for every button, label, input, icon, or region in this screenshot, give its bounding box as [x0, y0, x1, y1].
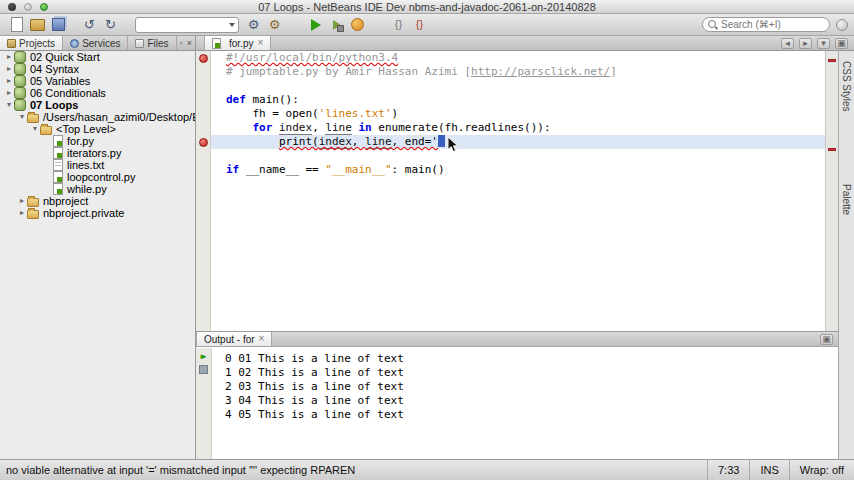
- project-tree[interactable]: ▸02 Quick Start▸04 Syntax▸05 Variables▸0…: [0, 51, 195, 219]
- python-file-icon: [212, 38, 221, 49]
- tree-item-top-level[interactable]: ▾<Top Level>: [0, 123, 195, 135]
- help-button[interactable]: [836, 19, 848, 31]
- scroll-tabs-left-icon[interactable]: ◂: [781, 38, 794, 49]
- redo-icon[interactable]: ↻: [101, 16, 120, 34]
- open-project-icon[interactable]: [28, 16, 47, 34]
- panel-tab-projects[interactable]: Projects: [0, 36, 63, 50]
- error-stripe[interactable]: [825, 51, 838, 331]
- clean-build-icon[interactable]: ⚙: [265, 16, 284, 34]
- tree-item-iterators-py[interactable]: iterators.py: [0, 147, 195, 159]
- tree-item-users-hasan-azimi0-desktop-exercis[interactable]: ▾/Users/hasan_azimi0/Desktop/Exercis: [0, 111, 195, 123]
- folder-icon: [27, 114, 39, 123]
- code-template-icon-1[interactable]: {}: [389, 16, 408, 34]
- code-lines[interactable]: #!/usr/local/bin/python3.4# jumptable.py…: [211, 51, 838, 331]
- twisty-icon[interactable]: ▾: [4, 99, 14, 111]
- output-tab[interactable]: Output - for ×: [196, 332, 272, 346]
- twisty-icon[interactable]: ▸: [4, 75, 14, 87]
- code-line-6[interactable]: for index, line in enumerate(fh.readline…: [211, 121, 825, 135]
- new-file-icon[interactable]: [7, 16, 26, 34]
- project-icon: [14, 87, 26, 99]
- tree-item-nbproject[interactable]: ▸nbproject: [0, 195, 195, 207]
- insert-mode-indicator[interactable]: INS: [749, 460, 788, 480]
- save-all-icon[interactable]: [49, 16, 68, 34]
- twisty-icon[interactable]: ▸: [17, 195, 27, 207]
- code-token: for: [253, 121, 273, 134]
- error-stripe-mark[interactable]: [828, 148, 836, 151]
- panel-tab-files[interactable]: Files: [128, 36, 176, 50]
- tree-item-05-variables[interactable]: ▸05 Variables: [0, 75, 195, 87]
- scroll-tabs-right-icon[interactable]: ▸: [799, 38, 812, 49]
- tab-controls: ◂ ▸ ▾ ▣: [781, 36, 854, 50]
- code-line-8[interactable]: [211, 149, 825, 163]
- tree-item-label: iterators.py: [67, 147, 121, 159]
- close-output-tab-icon[interactable]: ×: [259, 334, 265, 344]
- run-project-icon[interactable]: [306, 16, 325, 34]
- undo-icon[interactable]: ↺: [80, 16, 99, 34]
- caret-position[interactable]: 7:33: [707, 460, 749, 480]
- code-token: ,: [312, 121, 325, 134]
- code-token: index: [319, 135, 352, 149]
- sidebar-tab-palette[interactable]: Palette: [840, 182, 853, 217]
- error-badge-icon[interactable]: [199, 138, 208, 147]
- tree-item-while-py[interactable]: while.py: [0, 183, 195, 195]
- code-line-1[interactable]: #!/usr/local/bin/python3.4: [211, 51, 825, 65]
- sidebar-tab-css-styles[interactable]: CSS Styles: [840, 59, 853, 114]
- main-toolbar: ↺ ↻ ⚙ ⚙ {} {}: [0, 14, 854, 36]
- twisty-icon[interactable]: ▸: [4, 51, 14, 63]
- status-bar: no viable alternative at input '=' misma…: [0, 459, 854, 480]
- python-icon: [53, 147, 63, 159]
- editor-tab-for-py[interactable]: for.py ×: [204, 36, 271, 50]
- code-line-2[interactable]: # jumptable.py by Amir Hassan Azimi [htt…: [211, 65, 825, 79]
- editor-tab-strip: for.py × ◂ ▸ ▾ ▣: [196, 36, 854, 50]
- gutter-cell: [196, 107, 210, 121]
- code-token: main():: [246, 93, 299, 106]
- search-input[interactable]: [721, 19, 824, 30]
- debug-project-icon[interactable]: [327, 16, 346, 34]
- code-token: [226, 135, 279, 148]
- twisty-icon[interactable]: ▾: [30, 123, 40, 135]
- output-body[interactable]: ▸▸ 0 01 This is a line of text1 02 This …: [196, 348, 838, 459]
- rerun-icon[interactable]: ▸▸: [200, 352, 206, 361]
- tree-item-lines-txt[interactable]: lines.txt: [0, 159, 195, 171]
- gutter-cell: [196, 79, 210, 93]
- maximize-editor-icon[interactable]: ▣: [835, 38, 848, 49]
- project-icon: [14, 51, 26, 63]
- panel-tab-services[interactable]: Services: [63, 36, 128, 50]
- tree-item-for-py[interactable]: for.py: [0, 135, 195, 147]
- close-panel-icon[interactable]: ×: [187, 38, 192, 48]
- tab-list-icon[interactable]: ▾: [817, 38, 830, 49]
- tree-item-07-loops[interactable]: ▾07 Loops: [0, 99, 195, 111]
- config-select[interactable]: [135, 17, 239, 33]
- build-project-icon[interactable]: ⚙: [244, 16, 263, 34]
- gutter-cell: [196, 51, 210, 65]
- code-line-3[interactable]: [211, 79, 825, 93]
- error-stripe-mark[interactable]: [828, 59, 836, 62]
- code-token: 'lines.txt': [319, 107, 392, 120]
- stop-icon[interactable]: [199, 365, 208, 374]
- profile-project-icon[interactable]: [348, 16, 367, 34]
- twisty-icon[interactable]: ▸: [4, 63, 14, 75]
- editor[interactable]: #!/usr/local/bin/python3.4# jumptable.py…: [196, 51, 838, 331]
- twisty-icon[interactable]: ▸: [4, 87, 14, 99]
- float-panel-icon[interactable]: ▫: [180, 38, 183, 48]
- close-tab-icon[interactable]: ×: [257, 38, 263, 48]
- tree-item-loopcontrol-py[interactable]: loopcontrol.py: [0, 171, 195, 183]
- tree-item-label: while.py: [67, 183, 107, 195]
- output-line-4: 3 04 This is a line of text: [213, 394, 838, 408]
- code-line-9[interactable]: if __name__ == "__main__": main(): [211, 163, 825, 177]
- code-token: http://parsclick.net/: [471, 65, 610, 78]
- code-line-5[interactable]: fh = open('lines.txt'): [211, 107, 825, 121]
- tree-item-nbproject-private[interactable]: ▸nbproject.private: [0, 207, 195, 219]
- twisty-icon[interactable]: ▾: [17, 111, 27, 123]
- search-box[interactable]: [702, 17, 830, 32]
- twisty-icon[interactable]: ▸: [17, 207, 27, 219]
- output-options-icon[interactable]: ▣: [820, 334, 833, 345]
- code-line-4[interactable]: def main():: [211, 93, 825, 107]
- code-line-7[interactable]: print(index, line, end=': [211, 135, 825, 149]
- wrap-indicator[interactable]: Wrap: off: [789, 460, 854, 480]
- error-badge-icon[interactable]: [199, 54, 208, 63]
- code-template-icon-2[interactable]: {}: [410, 16, 429, 34]
- tree-item-04-syntax[interactable]: ▸04 Syntax: [0, 63, 195, 75]
- tree-item-06-conditionals[interactable]: ▸06 Conditionals: [0, 87, 195, 99]
- tree-item-02-quick-start[interactable]: ▸02 Quick Start: [0, 51, 195, 63]
